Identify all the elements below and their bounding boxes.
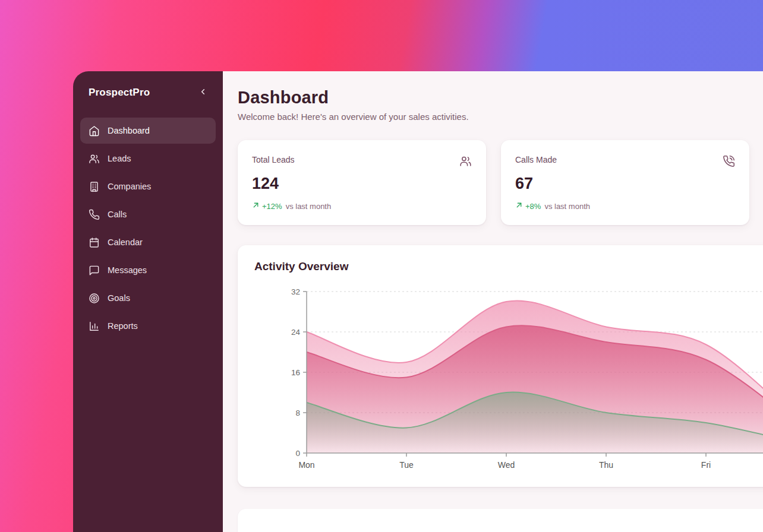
chart-area: 08162432MonTueWedThuFri — [254, 283, 763, 477]
svg-text:32: 32 — [291, 287, 300, 296]
sidebar-item-label: Goals — [108, 293, 130, 303]
svg-text:8: 8 — [295, 408, 300, 417]
sidebar-item-companies[interactable]: Companies — [80, 173, 216, 200]
svg-text:24: 24 — [291, 328, 301, 337]
chevron-left-icon — [198, 87, 207, 98]
building-icon — [89, 181, 100, 192]
users-icon — [459, 155, 472, 167]
sidebar-item-label: Messages — [108, 265, 147, 275]
page-subtitle: Welcome back! Here's an overview of your… — [238, 112, 763, 122]
sidebar-item-dashboard[interactable]: Dashboard — [80, 118, 216, 144]
svg-text:16: 16 — [291, 368, 300, 377]
sidebar-item-calls[interactable]: Calls — [80, 201, 216, 227]
chart-title: Activity Overview — [254, 260, 763, 273]
sidebar-collapse-button[interactable] — [198, 87, 207, 98]
trend-percent: +8% — [525, 202, 541, 211]
activity-chart: 08162432MonTueWedThuFri — [254, 283, 763, 475]
sidebar-item-label: Leads — [108, 154, 131, 163]
stat-value: 67 — [515, 175, 735, 193]
sidebar-nav: Dashboard Leads Companies Calls Calendar… — [80, 118, 216, 339]
svg-text:0: 0 — [295, 449, 300, 458]
sidebar-item-calendar[interactable]: Calendar — [80, 229, 216, 255]
bar-chart-icon — [89, 321, 100, 332]
sidebar-item-label: Reports — [108, 321, 138, 331]
sidebar-item-messages[interactable]: Messages — [80, 257, 216, 283]
activity-overview-card: Activity Overview 08162432MonTueWedThuFr… — [238, 245, 763, 487]
phone-call-icon — [723, 155, 735, 167]
sidebar-item-goals[interactable]: Goals — [80, 285, 216, 311]
message-square-icon — [89, 265, 100, 276]
lower-card-partial — [238, 509, 763, 532]
svg-text:Tue: Tue — [399, 460, 414, 470]
main-content: Dashboard Welcome back! Here's an overvi… — [223, 71, 763, 532]
svg-text:Fri: Fri — [701, 460, 711, 470]
stat-trend: +12% vs last month — [252, 201, 472, 211]
trend-suffix: vs last month — [544, 202, 590, 211]
sidebar-item-label: Companies — [108, 182, 151, 191]
stat-cards-row: Total Leads 124 +12% vs last month Call — [238, 140, 763, 225]
stat-card-total-leads: Total Leads 124 +12% vs last month — [238, 140, 486, 225]
phone-icon — [89, 209, 100, 220]
trend-up-arrow-icon — [515, 201, 523, 211]
trend-up-arrow-icon — [252, 201, 260, 211]
sidebar-item-label: Dashboard — [108, 126, 150, 135]
page-title: Dashboard — [238, 88, 763, 107]
home-icon — [89, 125, 100, 137]
trend-percent: +12% — [262, 202, 282, 211]
sidebar-header: ProspectPro — [80, 87, 216, 99]
sidebar-item-label: Calls — [108, 210, 127, 219]
brand-logo: ProspectPro — [89, 87, 150, 99]
svg-text:Wed: Wed — [498, 460, 515, 470]
sidebar-item-reports[interactable]: Reports — [80, 313, 216, 339]
sidebar: ProspectPro Dashboard Leads Companies — [73, 71, 223, 532]
svg-text:Mon: Mon — [298, 460, 314, 470]
stat-label: Calls Made — [515, 155, 557, 164]
sidebar-item-label: Calendar — [108, 238, 143, 247]
svg-text:Thu: Thu — [599, 460, 613, 470]
stat-card-calls-made: Calls Made 67 +8% vs last month — [501, 140, 749, 225]
users-icon — [89, 153, 100, 164]
app-window: ProspectPro Dashboard Leads Companies — [73, 71, 763, 532]
target-icon — [89, 293, 100, 304]
trend-suffix: vs last month — [286, 202, 332, 211]
stat-trend: +8% vs last month — [515, 201, 735, 211]
sidebar-item-leads[interactable]: Leads — [80, 145, 216, 172]
stat-value: 124 — [252, 175, 472, 193]
calendar-icon — [89, 237, 100, 248]
stat-label: Total Leads — [252, 155, 295, 164]
